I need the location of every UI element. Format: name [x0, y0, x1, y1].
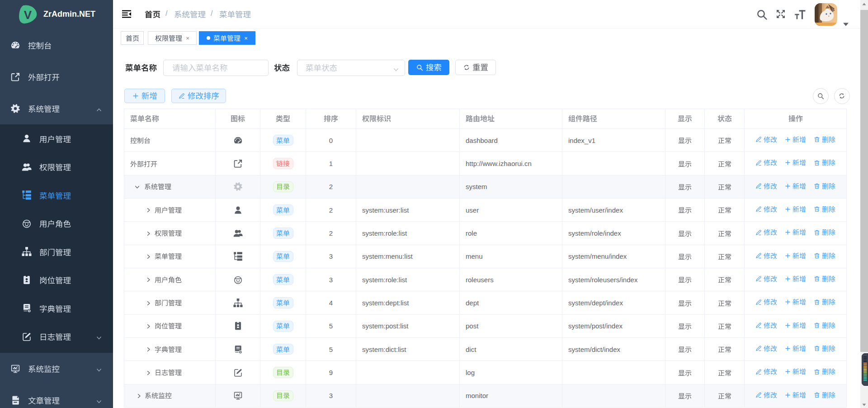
svg-text:V: V — [24, 8, 32, 22]
